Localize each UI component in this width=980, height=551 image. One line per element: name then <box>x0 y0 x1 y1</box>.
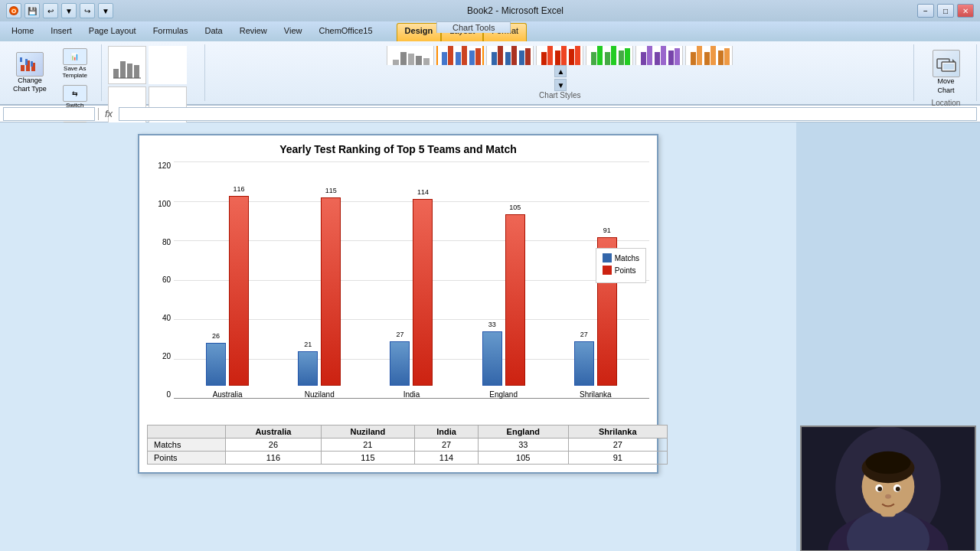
save-as-template-btn[interactable]: 📊 Save AsTemplate <box>54 46 96 81</box>
chart-y-axis: 120 100 80 60 40 20 0 <box>147 161 174 422</box>
shrilanka-matches-bar <box>574 341 594 386</box>
nuziland-label: Nuziland <box>305 390 335 399</box>
ribbon-group-styles: ▲ ▼ Chart Styles <box>207 44 914 101</box>
row-label-matches: Matchs <box>148 439 226 452</box>
svg-rect-45 <box>655 52 660 66</box>
table-header-england: England <box>479 425 568 439</box>
tab-view[interactable]: View <box>276 23 311 41</box>
name-box[interactable] <box>3 107 95 121</box>
table-header-nuziland: Nuziland <box>321 425 414 439</box>
england-points-bar <box>505 214 525 386</box>
formula-bar: fx <box>0 106 980 122</box>
tab-formulas[interactable]: Formulas <box>145 23 197 41</box>
tab-home[interactable]: Home <box>3 23 42 41</box>
points-shrilanka: 91 <box>568 452 667 465</box>
styles-scroll-up[interactable]: ▲ <box>554 65 567 77</box>
australia-matches-label: 26 <box>212 332 220 340</box>
move-chart-btn[interactable]: MoveChart <box>927 46 965 99</box>
customize-quick-btn[interactable]: ▼ <box>98 3 113 18</box>
table-header-australia: Australia <box>226 425 322 439</box>
chart-layout-1[interactable] <box>108 46 146 84</box>
svg-rect-17 <box>416 56 422 66</box>
tab-design[interactable]: Design <box>397 23 442 41</box>
bar-group-england: 33 105 England <box>482 214 525 399</box>
chart-style-6[interactable] <box>635 46 683 65</box>
chart-style-2-selected[interactable] <box>436 46 484 65</box>
tab-data[interactable]: Data <box>196 23 230 41</box>
svg-rect-42 <box>625 48 630 66</box>
svg-rect-37 <box>591 52 596 66</box>
webcam-feed <box>800 425 976 551</box>
tab-review[interactable]: Review <box>231 23 276 41</box>
redo-btn[interactable]: ↪ <box>80 3 95 18</box>
svg-point-68 <box>877 487 882 491</box>
maximize-btn[interactable]: □ <box>937 4 954 18</box>
svg-rect-38 <box>597 46 603 65</box>
ribbon-group-type: ChangeChart Type 📊 Save AsTemplate ⇆ Swi… <box>3 44 102 101</box>
bar-group-india: 27 114 India <box>390 199 433 399</box>
svg-rect-26 <box>498 46 503 65</box>
chart-tools-label: Chart Tools <box>436 21 511 33</box>
svg-rect-30 <box>525 48 531 66</box>
fx-icon: fx <box>102 108 116 119</box>
webcam-person <box>802 427 975 550</box>
save-quick-btn[interactable]: 💾 <box>24 3 40 18</box>
svg-rect-8 <box>31 61 33 67</box>
main-area: Yearly Test Ranking of Top 5 Teams and M… <box>0 122 980 551</box>
ribbon-content: ChangeChart Type 📊 Save AsTemplate ⇆ Swi… <box>0 41 980 104</box>
australia-points-bar <box>229 196 249 386</box>
svg-rect-10 <box>120 61 126 78</box>
tab-chemoffice[interactable]: ChemOffice15 <box>310 23 381 41</box>
chart-style-1[interactable] <box>387 46 434 65</box>
chart-style-3[interactable] <box>486 46 534 65</box>
office-button[interactable]: O <box>6 3 21 18</box>
svg-rect-27 <box>505 52 511 66</box>
svg-rect-35 <box>569 49 574 66</box>
chart-title: Yearly Test Ranking of Top 5 Teams and M… <box>147 143 649 155</box>
points-england: 105 <box>479 452 568 465</box>
y-label-20: 20 <box>162 352 171 360</box>
chart-layout-2[interactable] <box>149 46 187 84</box>
svg-rect-51 <box>704 52 710 66</box>
close-btn[interactable]: ✕ <box>957 4 974 18</box>
tab-insert[interactable]: Insert <box>42 23 80 41</box>
matches-australia: 26 <box>226 439 322 452</box>
y-label-80: 80 <box>162 238 171 246</box>
chart-container[interactable]: Yearly Test Ranking of Top 5 Teams and M… <box>138 134 658 474</box>
svg-rect-31 <box>541 52 547 66</box>
undo-btn[interactable]: ↩ <box>43 3 58 18</box>
undo-dropdown-btn[interactable]: ▼ <box>61 3 77 18</box>
ribbon-group-layouts: ▼ Chart Layouts <box>103 44 205 101</box>
table-row-points: Points 116 115 114 105 91 <box>148 452 668 465</box>
svg-rect-48 <box>675 48 680 66</box>
svg-point-70 <box>885 494 891 499</box>
change-chart-type-btn[interactable]: ChangeChart Type <box>8 46 52 99</box>
minimize-btn[interactable]: − <box>917 4 934 18</box>
chart-style-5[interactable] <box>586 46 633 65</box>
legend-points: Points <box>603 266 639 275</box>
svg-rect-32 <box>547 46 553 65</box>
svg-rect-46 <box>661 46 666 65</box>
svg-rect-33 <box>555 51 560 66</box>
svg-rect-50 <box>697 46 702 65</box>
tab-pagelayout[interactable]: Page Layout <box>80 23 145 41</box>
legend-points-label: Points <box>615 266 636 275</box>
svg-rect-15 <box>400 52 407 66</box>
svg-rect-22 <box>462 46 467 65</box>
styles-scroll-down[interactable]: ▼ <box>554 79 567 91</box>
nuziland-points-label: 115 <box>325 187 337 194</box>
formula-input[interactable] <box>119 107 977 121</box>
shrilanka-label: Shrilanka <box>580 390 612 399</box>
chart-style-7[interactable] <box>685 46 733 65</box>
england-label: England <box>489 390 518 399</box>
svg-rect-16 <box>408 54 414 66</box>
chart-inner: 120 100 80 60 40 20 0 <box>147 161 649 422</box>
svg-rect-34 <box>561 46 567 65</box>
chart-style-4[interactable] <box>536 46 583 65</box>
matches-india: 27 <box>415 439 479 452</box>
shrilanka-matches-label: 27 <box>580 331 588 338</box>
webcam-area <box>796 122 980 551</box>
india-label: India <box>403 390 420 399</box>
england-matches-bar <box>482 331 502 386</box>
bars-area: 26 116 Australia <box>174 161 649 399</box>
